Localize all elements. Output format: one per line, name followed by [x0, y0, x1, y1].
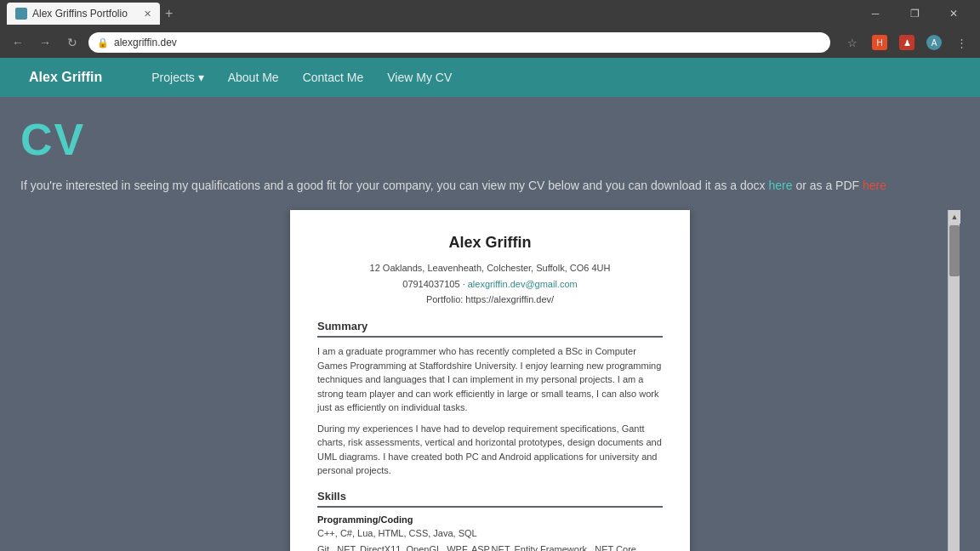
- new-tab-button[interactable]: +: [165, 6, 173, 21]
- summary-section-title: Summary: [317, 320, 663, 332]
- url-text: alexgriffin.dev: [114, 37, 177, 48]
- nav-cv[interactable]: View My CV: [375, 58, 464, 97]
- scrollbar[interactable]: ▲ ▼: [948, 210, 960, 551]
- site-navigation: Alex Griffin Projects ▾ About Me Contact…: [0, 58, 980, 97]
- summary-paragraph-2: During my experiences I have had to deve…: [317, 422, 663, 478]
- intro-text-part2: or as a PDF: [795, 179, 863, 192]
- nav-about[interactable]: About Me: [216, 58, 291, 97]
- cv-heading: CV: [20, 114, 960, 165]
- skills-divider: [317, 506, 663, 508]
- ext1-icon[interactable]: H: [868, 31, 892, 54]
- cv-document-wrapper: Alex Griffin 12 Oaklands, Leavenheath, C…: [20, 210, 960, 551]
- tab-title: Alex Griffins Portfolio: [32, 8, 128, 20]
- close-button[interactable]: ✕: [934, 0, 973, 27]
- cv-document: Alex Griffin 12 Oaklands, Leavenheath, C…: [290, 210, 690, 551]
- restore-button[interactable]: ❐: [895, 0, 934, 27]
- cv-intro-text: If you're interested in seeing my qualif…: [20, 177, 960, 195]
- summary-divider: [317, 336, 663, 338]
- cv-address: 12 Oaklands, Leavenheath, Colchester, Su…: [317, 260, 663, 276]
- brand-link[interactable]: Alex Griffin: [17, 58, 114, 97]
- menu-icon[interactable]: ⋮: [949, 31, 973, 54]
- nav-projects[interactable]: Projects ▾: [140, 58, 215, 97]
- skill-languages: C++, C#, Lua, HTML, CSS, Java, SQL: [317, 526, 663, 542]
- scroll-up-button[interactable]: ▲: [949, 210, 960, 224]
- ext-icon-1: H: [872, 35, 887, 50]
- summary-paragraph-1: I am a graduate programmer who has recen…: [317, 344, 663, 415]
- back-button[interactable]: ←: [7, 31, 29, 54]
- skill-tools: Git, .NET, DirectX11, OpenGL, WPF, ASP.N…: [317, 542, 663, 551]
- profile-icon[interactable]: A: [922, 31, 946, 54]
- cv-phone-email: 07914037105 · alexgriffin.dev@gmail.com: [317, 276, 663, 293]
- page-content: CV If you're interested in seeing my qua…: [0, 97, 980, 551]
- cv-phone: 07914037105: [402, 279, 459, 289]
- skill-category-label: Programming/Coding: [317, 514, 663, 525]
- refresh-button[interactable]: ↻: [61, 31, 83, 54]
- window-controls: ─ ❐ ✕: [856, 0, 973, 27]
- cv-person-name: Alex Griffin: [317, 234, 663, 252]
- tab-bar: Alex Griffins Portfolio ✕ + ─ ❐ ✕: [0, 0, 980, 27]
- skills-section-title: Skills: [317, 490, 663, 503]
- cv-email-link[interactable]: alexgriffin.dev@gmail.com: [468, 279, 578, 289]
- lock-icon: 🔒: [97, 37, 109, 48]
- ext-icon-2: ♟: [899, 35, 914, 50]
- docx-download-link[interactable]: here: [768, 179, 792, 192]
- ext2-icon[interactable]: ♟: [895, 31, 919, 54]
- browser-icons: ☆ H ♟ A ⋮: [840, 31, 973, 54]
- profile-avatar: A: [926, 35, 942, 50]
- cv-portfolio: Portfolio: https://alexgriffin.dev/: [317, 292, 663, 308]
- active-tab[interactable]: Alex Griffins Portfolio ✕: [7, 3, 160, 25]
- minimize-button[interactable]: ─: [856, 0, 895, 27]
- forward-button[interactable]: →: [34, 31, 56, 54]
- star-icon[interactable]: ☆: [840, 31, 864, 54]
- pdf-download-link[interactable]: here: [863, 179, 886, 192]
- scroll-thumb[interactable]: [949, 225, 960, 276]
- browser-controls: ← → ↻ 🔒 alexgriffin.dev ☆ H ♟ A ⋮: [0, 27, 980, 58]
- intro-text-part1: If you're interested in seeing my qualif…: [20, 179, 766, 192]
- browser-window: Alex Griffins Portfolio ✕ + ─ ❐ ✕ ← → ↻ …: [0, 0, 980, 58]
- nav-contact[interactable]: Contact Me: [291, 58, 376, 97]
- tab-favicon: [15, 8, 27, 20]
- address-bar[interactable]: 🔒 alexgriffin.dev: [88, 32, 830, 53]
- cv-contact-info: 12 Oaklands, Leavenheath, Colchester, Su…: [317, 260, 663, 308]
- tab-close-button[interactable]: ✕: [144, 9, 151, 20]
